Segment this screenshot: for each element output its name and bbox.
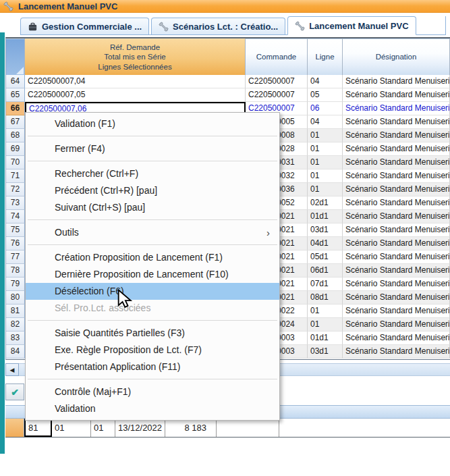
designation-cell[interactable]: Scénario Standard Menuiserie — [343, 223, 450, 237]
ligne-cell[interactable]: 02d1 — [308, 196, 343, 210]
row-number-cell[interactable]: 68 — [6, 129, 25, 142]
row-number-cell[interactable]: 70 — [6, 156, 25, 169]
row-number-cell[interactable]: 84 — [6, 345, 25, 359]
column-header-designation[interactable]: Désignation — [343, 38, 450, 75]
ligne-cell[interactable]: 01 — [308, 183, 343, 196]
tab-lancement-manuel-pvc[interactable]: Lancement Manuel PVC — [287, 16, 416, 35]
column-header-commande[interactable]: Commande — [246, 38, 308, 75]
ligne-cell[interactable]: 01d1 — [308, 332, 343, 345]
ligne-cell[interactable]: 03d1 — [308, 345, 343, 359]
table-row[interactable]: 64C220500007,04C22050000704Scénario Stan… — [6, 75, 450, 88]
table-row[interactable]: 65C220500007,05C22050000705Scénario Stan… — [6, 88, 450, 102]
designation-cell[interactable]: Scénario Standard Menuiserie — [343, 115, 450, 129]
column-header-ref-demande[interactable]: Réf. Demande Total mis en Série Lignes S… — [25, 38, 246, 75]
tab-strip: Gestion Commerciale ...Scénarios Lct. : … — [20, 16, 446, 35]
row-number-cell[interactable]: 82 — [6, 318, 25, 332]
summary-cell[interactable]: 8 183 — [165, 419, 217, 437]
row-number-cell[interactable]: 78 — [6, 264, 25, 277]
ligne-cell[interactable]: 07d1 — [308, 277, 343, 291]
row-number-cell[interactable]: 79 — [6, 277, 25, 291]
menu-item-validation-f1[interactable]: Validation (F1) — [26, 115, 279, 132]
ligne-cell[interactable]: 04 — [308, 115, 343, 129]
row-number-cell[interactable]: 75 — [6, 223, 25, 237]
tab-scenarios-lct-creatio[interactable]: Scénarios Lct. : Créatio... — [151, 18, 285, 34]
ligne-cell[interactable]: 01 — [308, 169, 343, 183]
row-number-cell[interactable]: 65 — [6, 88, 25, 102]
ligne-cell[interactable]: 08d1 — [308, 291, 343, 305]
designation-cell[interactable]: Scénario Standard Menuiserie — [343, 210, 450, 223]
row-number-cell[interactable]: 83 — [6, 332, 25, 345]
ligne-cell[interactable]: 06 — [308, 102, 343, 115]
menu-item-exe-regle-proposition-de-lct-f7[interactable]: Exe. Règle Proposition de Lct. (F7) — [26, 342, 279, 359]
designation-cell[interactable]: Scénario Standard Menuiserie — [343, 237, 450, 250]
menu-item-outils[interactable]: Outils› — [26, 224, 279, 241]
ligne-cell[interactable]: 06d1 — [308, 264, 343, 277]
commande-cell[interactable]: C220500007 — [246, 75, 308, 88]
table-corner-cell[interactable] — [6, 38, 25, 75]
scroll-left-button[interactable]: ◀ — [5, 363, 19, 376]
ref-demande-cell[interactable]: C220500007,04 — [25, 75, 246, 88]
validate-button[interactable]: ✔ — [5, 384, 24, 400]
row-number-cell[interactable]: 67 — [6, 115, 25, 129]
menu-item-validation[interactable]: Validation — [26, 400, 279, 417]
ligne-cell[interactable]: 05d1 — [308, 250, 343, 264]
designation-cell[interactable]: Scénario Standard Menuiserie — [343, 88, 450, 102]
row-number-cell[interactable]: 76 — [6, 237, 25, 250]
ligne-cell[interactable]: 01 — [308, 305, 343, 318]
designation-cell[interactable]: Scénario Standard Menuiserie — [343, 102, 450, 115]
designation-cell[interactable]: Scénario Standard Menuiserie — [343, 345, 450, 359]
designation-cell[interactable]: Scénario Standard Menuiserie — [343, 156, 450, 169]
row-number-cell[interactable]: 77 — [6, 250, 25, 264]
summary-cell[interactable] — [217, 419, 279, 437]
row-number-cell[interactable]: 80 — [6, 291, 25, 305]
ligne-cell[interactable]: 01d1 — [308, 210, 343, 223]
menu-item-precedent-ctrl-r-pau[interactable]: Précédent (Ctrl+R) [pau] — [26, 182, 279, 199]
row-number-cell[interactable]: 64 — [6, 75, 25, 88]
ligne-cell[interactable]: 05 — [308, 88, 343, 102]
summary-cell[interactable]: 13/12/2022 — [115, 419, 165, 437]
row-number-cell[interactable]: 81 — [6, 305, 25, 318]
ligne-cell[interactable]: 01 — [308, 129, 343, 142]
ligne-cell[interactable]: 04 — [308, 75, 343, 88]
menu-item-presentation-application-f11[interactable]: Présentation Application (F11) — [26, 359, 279, 375]
ligne-cell[interactable]: 01 — [308, 318, 343, 332]
row-number-cell[interactable]: 72 — [6, 183, 25, 196]
designation-cell[interactable]: Scénario Standard Menuiserie — [343, 305, 450, 318]
designation-cell[interactable]: Scénario Standard Menuiserie — [343, 250, 450, 264]
row-number-cell[interactable]: 73 — [6, 196, 25, 210]
menu-item-saisie-quantites-partielles-f3[interactable]: Saisie Quantités Partielles (F3) — [26, 325, 279, 342]
designation-cell[interactable]: Scénario Standard Menuiserie — [343, 291, 450, 305]
ligne-cell[interactable]: 03d1 — [308, 223, 343, 237]
commande-cell[interactable]: C220500007 — [246, 88, 308, 102]
designation-cell[interactable]: Scénario Standard Menuiserie — [343, 75, 450, 88]
ref-demande-cell[interactable]: C220500007,05 — [25, 88, 246, 102]
designation-cell[interactable]: Scénario Standard Menuiserie — [343, 169, 450, 183]
row-number-cell[interactable]: 71 — [6, 169, 25, 183]
designation-cell[interactable]: Scénario Standard Menuiserie — [343, 277, 450, 291]
designation-cell[interactable]: Scénario Standard Menuiserie — [343, 196, 450, 210]
menu-item-fermer-f4[interactable]: Fermer (F4) — [26, 140, 279, 157]
menu-item-controle-maj-f1[interactable]: Contrôle (Maj+F1) — [26, 384, 279, 400]
ligne-cell[interactable]: 04d1 — [308, 237, 343, 250]
summary-cell[interactable]: 81 — [24, 419, 52, 437]
column-header-ligne[interactable]: Ligne — [308, 38, 343, 75]
designation-cell[interactable]: Scénario Standard Menuiserie — [343, 332, 450, 345]
menu-item-creation-proposition-de-lancement-f1[interactable]: Création Proposition de Lancement (F1) — [26, 249, 279, 266]
tab-gestion-commerciale[interactable]: Gestion Commerciale ... — [20, 18, 149, 34]
ligne-cell[interactable]: 01 — [308, 142, 343, 156]
designation-cell[interactable]: Scénario Standard Menuiserie — [343, 142, 450, 156]
summary-cell[interactable]: 01 — [52, 419, 91, 437]
menu-item-suivant-ctrl-s-pau[interactable]: Suivant (Ctrl+S) [pau] — [26, 199, 279, 216]
designation-cell[interactable]: Scénario Standard Menuiserie — [343, 318, 450, 332]
summary-cell[interactable]: 01 — [91, 419, 115, 437]
ligne-cell[interactable]: 01 — [308, 156, 343, 169]
designation-cell[interactable]: Scénario Standard Menuiserie — [343, 129, 450, 142]
row-number-cell[interactable]: 66 — [6, 102, 25, 115]
row-number-cell[interactable]: 69 — [6, 142, 25, 156]
menu-item-deselection-f6[interactable]: Désélection (F6) — [26, 283, 279, 300]
row-number-cell[interactable]: 74 — [6, 210, 25, 223]
menu-item-derniere-proposition-de-lancement-f10[interactable]: Dernière Proposition de Lancement (F10) — [26, 266, 279, 283]
menu-item-rechercher-ctrl-f[interactable]: Rechercher (Ctrl+F) — [26, 165, 279, 182]
designation-cell[interactable]: Scénario Standard Menuiserie — [343, 183, 450, 196]
designation-cell[interactable]: Scénario Standard Menuiserie — [343, 264, 450, 277]
